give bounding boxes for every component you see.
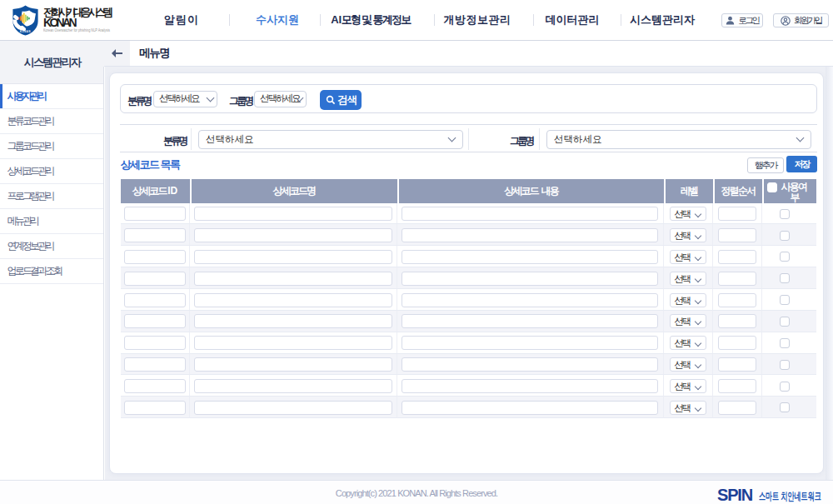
svg-text:KONAN: KONAN (20, 30, 31, 33)
